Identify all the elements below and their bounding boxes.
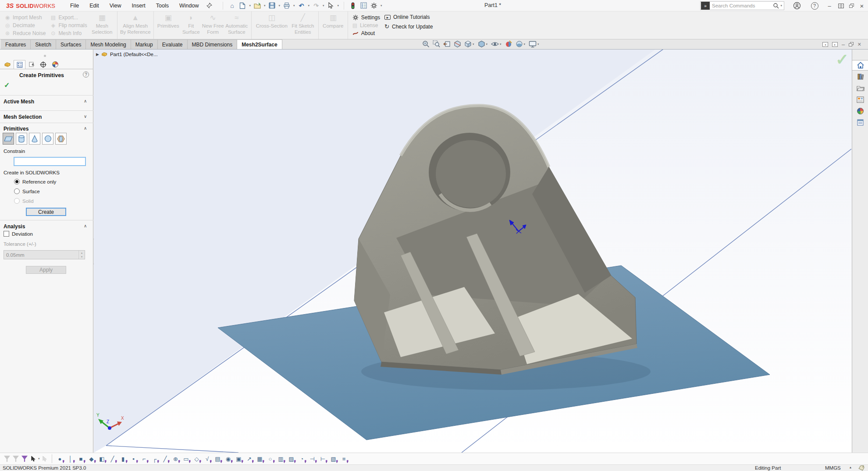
file-properties-icon[interactable] [359, 1, 368, 10]
pane-right-icon[interactable]: ▸ [832, 42, 838, 47]
filter-tool-button[interactable]: ⌐ [139, 454, 149, 464]
previous-view-icon[interactable] [443, 40, 451, 48]
primitive-cone-button[interactable] [29, 133, 40, 145]
filter-tool-button[interactable]: ▤ [213, 454, 223, 464]
search-input[interactable] [710, 3, 773, 8]
undo-caret[interactable]: ▾ [308, 4, 310, 7]
menu-file[interactable]: File [70, 3, 79, 9]
mesh-selection-header[interactable]: Mesh Selection [4, 114, 42, 120]
new-document-caret[interactable]: ▾ [249, 4, 251, 7]
minimize-icon[interactable]: – [825, 0, 834, 11]
doc-minimize-icon[interactable]: – [842, 41, 845, 48]
view-settings-caret[interactable]: ▾ [537, 42, 539, 46]
dimxpert-manager-tab[interactable] [37, 60, 49, 69]
online-tutorials-button[interactable]: ▶ Online Tutorials [384, 14, 433, 20]
doc-close-icon[interactable]: × [857, 41, 861, 48]
radio-surface[interactable]: Surface [14, 188, 40, 194]
open-icon[interactable] [253, 1, 262, 10]
about-button[interactable]: About [352, 30, 380, 36]
analysis-chevron-icon[interactable]: ∧ [84, 223, 87, 228]
filter-tool-button[interactable]: ↗ [244, 454, 255, 464]
settings-button[interactable]: Settings [352, 14, 380, 21]
property-manager-tab[interactable] [14, 60, 25, 69]
tab-mbd-dimensions[interactable]: MBD Dimensions [188, 39, 238, 49]
create-button[interactable]: Create [26, 208, 66, 216]
mesh-selection-chevron-icon[interactable]: ∨ [84, 114, 87, 119]
select-cursor-icon[interactable] [327, 1, 335, 10]
filter-tool-button[interactable]: ▨ [286, 454, 297, 464]
primitive-sphere-button[interactable] [42, 133, 53, 145]
save-caret[interactable]: ▾ [279, 4, 281, 7]
restore-icon[interactable] [847, 0, 856, 11]
filter-tool-button[interactable]: ▧ [328, 454, 339, 464]
radio-solid[interactable]: Solid [14, 198, 34, 204]
menu-insert[interactable]: Insert [132, 3, 146, 9]
select-tool-icon[interactable] [29, 454, 38, 464]
primitives-header[interactable]: Primitives [4, 126, 28, 132]
filter-tool-button[interactable]: ◆ [86, 454, 97, 464]
search-box[interactable]: » ▾ [700, 1, 784, 10]
primitive-plane-button[interactable] [3, 133, 14, 145]
doc-restore-icon[interactable] [849, 42, 854, 46]
check-for-update-button[interactable]: ↻ Check for Update [384, 23, 433, 30]
filter-tool-button[interactable]: ▦ [255, 454, 265, 464]
filter-tool-button[interactable]: ■ [76, 454, 86, 464]
menu-window[interactable]: Window [179, 3, 199, 9]
apply-scene-caret[interactable]: ▾ [524, 42, 526, 46]
active-mesh-chevron-icon[interactable]: ∧ [84, 99, 87, 103]
deviation-checkbox[interactable] [4, 231, 9, 237]
design-library-button[interactable] [852, 71, 868, 82]
menu-tools[interactable]: Tools [156, 3, 169, 9]
custom-properties-button[interactable] [852, 117, 868, 127]
print-icon[interactable] [282, 1, 291, 10]
select-tool-caret[interactable]: ▾ [38, 457, 40, 460]
radio-reference-only[interactable]: Reference only [14, 179, 56, 184]
filter-tool-button[interactable]: √ [202, 454, 213, 464]
performance-pill-icon[interactable] [349, 1, 357, 10]
filter-tool-button[interactable]: ◇ [192, 454, 202, 464]
tab-mesh2surface[interactable]: Mesh2Surface [237, 39, 282, 49]
tab-evaluate[interactable]: Evaluate [158, 39, 188, 49]
filter-tool-button[interactable]: ⊢ [318, 454, 328, 464]
graphics-viewport[interactable]: Y X Z ▶ Part1 (Default<<De... ✓ [94, 50, 852, 453]
filter-tool-button[interactable]: ╱ [107, 454, 118, 464]
search-icon[interactable] [773, 3, 779, 9]
analysis-header[interactable]: Analysis [4, 223, 25, 230]
feature-tree-item[interactable]: ▶ Part1 (Default<<De... [96, 52, 158, 57]
tag-icon[interactable] [858, 465, 864, 471]
filter-tool-button[interactable]: ▭ [181, 454, 192, 464]
filter-tool-button[interactable]: ▮ [118, 454, 128, 464]
pane-left-icon[interactable]: ◂ [822, 42, 828, 47]
display-manager-tab[interactable] [49, 60, 61, 69]
filter-tool-button[interactable]: ◧ [97, 454, 107, 464]
options-caret[interactable]: ▾ [381, 4, 382, 7]
view-settings-icon[interactable]: ▾ [529, 41, 540, 48]
active-mesh-header[interactable]: Active Mesh [4, 99, 34, 105]
edit-appearance-icon[interactable] [505, 40, 512, 48]
units-caret[interactable]: ▴ [850, 465, 851, 469]
filter-tool-button[interactable]: ◉ [223, 454, 234, 464]
filter-tool-button[interactable]: ╱ [160, 454, 171, 464]
section-view-icon[interactable] [454, 40, 461, 48]
units-label[interactable]: MMGS [825, 465, 841, 471]
zoom-to-area-icon[interactable] [433, 40, 440, 48]
open-caret[interactable]: ▾ [264, 4, 266, 7]
search-pane-icon[interactable]: » [701, 2, 710, 10]
filter-tool-button[interactable]: ● [55, 454, 65, 464]
primitives-chevron-icon[interactable]: ∧ [84, 126, 87, 131]
account-icon[interactable] [792, 0, 802, 11]
display-style-caret[interactable]: ▾ [486, 42, 488, 46]
file-explorer-button[interactable] [852, 83, 868, 93]
tolerance-spinner[interactable]: ▴▾ [78, 251, 85, 259]
save-icon[interactable] [268, 1, 277, 10]
pm-help-icon[interactable]: ? [83, 71, 89, 78]
new-document-icon[interactable] [238, 1, 247, 10]
home-icon[interactable]: ⌂ [228, 1, 236, 10]
close-icon[interactable]: × [857, 0, 866, 11]
tab-markup[interactable]: Markup [131, 39, 158, 49]
confirmation-corner-check[interactable]: ✓ [836, 50, 849, 69]
filter-tool-button[interactable]: ◔ [297, 454, 307, 464]
pm-ok-button[interactable]: ✓ [4, 81, 10, 89]
filter-tool-button[interactable]: ▥ [276, 454, 286, 464]
tab-mesh-modeling[interactable]: Mesh Modeling [86, 39, 131, 49]
